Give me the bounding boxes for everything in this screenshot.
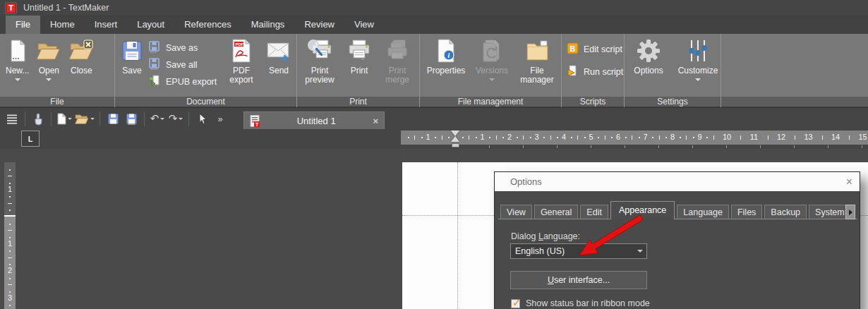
ruler-tick xyxy=(414,135,415,140)
tab-review[interactable]: Review xyxy=(294,16,344,34)
ruler-tick xyxy=(862,145,862,148)
dialog-tab-backup[interactable]: Backup xyxy=(764,205,807,219)
pdf-export-button[interactable]: PDF PDF export xyxy=(222,34,260,85)
ruler-tick xyxy=(9,210,11,211)
vertical-ruler: 1231 xyxy=(4,162,16,309)
ruler-number: 13 xyxy=(803,133,814,141)
hanging-indent-marker[interactable] xyxy=(451,136,459,142)
ribbon-group-print: Print preview Print Print merge Print xyxy=(297,34,420,107)
file-manager-button[interactable]: File manager xyxy=(516,34,558,85)
redo-button[interactable]: ↷ xyxy=(168,111,183,128)
print-button[interactable]: Print xyxy=(341,34,378,75)
dialog-close-icon[interactable]: × xyxy=(846,176,852,188)
ruler-tick xyxy=(8,203,12,204)
ruler-number: 1 xyxy=(4,185,16,193)
dialog-tab-system[interactable]: System xyxy=(809,205,851,219)
tab-insert[interactable]: Insert xyxy=(85,16,128,34)
qat-save-button[interactable] xyxy=(105,111,121,128)
qat-open-button[interactable] xyxy=(75,111,95,128)
save-button[interactable]: Save xyxy=(121,34,143,75)
redo-icon: ↷ xyxy=(169,114,178,124)
ruler-tick xyxy=(659,135,660,140)
left-indent-marker[interactable] xyxy=(452,143,459,147)
svg-text:i: i xyxy=(448,52,450,59)
options-button[interactable]: Options xyxy=(630,34,667,75)
edit-script-button[interactable]: B Edit script xyxy=(567,38,623,61)
ruler-tick xyxy=(9,305,11,306)
touch-mode-button[interactable] xyxy=(30,111,46,128)
statusbar-checkbox-row[interactable]: ✓ Show status bar in ribbon mode xyxy=(511,298,650,308)
dialog-tab-language[interactable]: Language xyxy=(677,205,729,219)
dialog-title-bar[interactable]: Options × xyxy=(495,172,860,191)
checkmark-icon: ✓ xyxy=(512,296,522,309)
checkbox-checked[interactable]: ✓ xyxy=(511,299,520,308)
checkbox-label: Show status bar in ribbon mode xyxy=(526,298,650,308)
save-floppy-icon xyxy=(107,113,119,125)
ruler-tick xyxy=(625,137,627,138)
ruler-number: 8 xyxy=(667,133,678,141)
document-tab[interactable]: T Untitled 1 × xyxy=(243,111,385,130)
tab-stop-selector[interactable]: L xyxy=(21,131,40,147)
dialog-tab-edit[interactable]: Edit xyxy=(580,205,608,219)
left-margin-guide xyxy=(457,162,458,309)
chevron-down-icon xyxy=(695,78,701,81)
close-button[interactable]: Close xyxy=(68,34,94,75)
dialog-tab-view[interactable]: View xyxy=(500,205,532,219)
chevron-down-icon xyxy=(489,78,495,81)
ruler-tick xyxy=(652,137,653,138)
customize-button[interactable]: Customize xyxy=(675,34,721,81)
horizontal-ruler-track xyxy=(401,131,868,145)
print-preview-button[interactable]: Print preview xyxy=(300,34,339,85)
dialog-language-dropdown[interactable]: English (US) xyxy=(510,243,647,259)
ribbon: New... Open Close File xyxy=(0,34,868,107)
ruler-tick xyxy=(658,145,659,148)
ruler-number: 10 xyxy=(721,133,733,141)
tab-file[interactable]: File xyxy=(6,16,40,34)
indent-marker[interactable] xyxy=(451,131,460,149)
dialog-tab-general[interactable]: General xyxy=(534,205,578,219)
ruler-number: 15 xyxy=(857,133,868,141)
dropdown-arrow-icon[interactable] xyxy=(634,250,646,253)
dialog-tab-strip: View General Edit Appearance Language Fi… xyxy=(500,201,855,219)
run-script-button[interactable]: Run script xyxy=(567,61,623,83)
save-all-button[interactable]: Save all xyxy=(149,56,217,73)
hamburger-menu-button[interactable] xyxy=(4,111,20,128)
ribbon-group-settings: Options Customize Settings xyxy=(625,34,721,107)
epub-export-button[interactable]: EPUB export xyxy=(149,73,217,90)
ruler-number: 3 xyxy=(4,293,16,302)
tab-close-icon[interactable]: × xyxy=(373,116,378,126)
save-as-button[interactable]: Save as xyxy=(149,40,217,56)
user-interface-button[interactable]: User interface... xyxy=(510,271,647,289)
tab-view[interactable]: View xyxy=(344,16,384,34)
new-button[interactable]: New... xyxy=(6,34,29,81)
ruler-tick xyxy=(448,137,450,138)
ruler-tick xyxy=(9,278,11,279)
ruler-number: 5 xyxy=(586,133,597,141)
ruler-number: 2 xyxy=(4,266,16,274)
send-button[interactable]: Send xyxy=(266,34,291,75)
qat-save-all-button[interactable] xyxy=(123,111,139,128)
dialog-tab-files[interactable]: Files xyxy=(731,205,762,219)
tab-home[interactable]: Home xyxy=(40,16,85,34)
tab-layout[interactable]: Layout xyxy=(127,16,174,34)
properties-button[interactable]: i Properties xyxy=(424,34,468,75)
first-line-indent-marker[interactable] xyxy=(451,131,459,136)
ruler-row: L 1234567891011121314151 xyxy=(0,129,868,149)
open-button[interactable]: Open xyxy=(36,34,61,81)
ruler-tick xyxy=(557,137,558,138)
select-tool-button[interactable] xyxy=(194,111,210,128)
tab-references[interactable]: References xyxy=(174,16,241,34)
ribbon-group-scripts: B Edit script Run script Scripts xyxy=(562,34,625,107)
ruler-tick xyxy=(489,145,490,148)
tab-mailings[interactable]: Mailings xyxy=(241,16,295,34)
qat-new-button[interactable] xyxy=(56,111,72,128)
undo-icon: ↶ xyxy=(150,114,159,124)
ruler-tick xyxy=(740,135,741,140)
dialog-tab-appearance[interactable]: Appearance xyxy=(610,201,675,219)
tab-scroll-right-button[interactable] xyxy=(845,205,855,219)
ruler-number: 14 xyxy=(830,133,841,141)
toolbar-overflow-button[interactable]: » xyxy=(212,111,228,128)
undo-button[interactable]: ↶ xyxy=(150,111,165,128)
chevron-right-icon xyxy=(849,210,852,215)
ruler-tick xyxy=(625,145,625,148)
